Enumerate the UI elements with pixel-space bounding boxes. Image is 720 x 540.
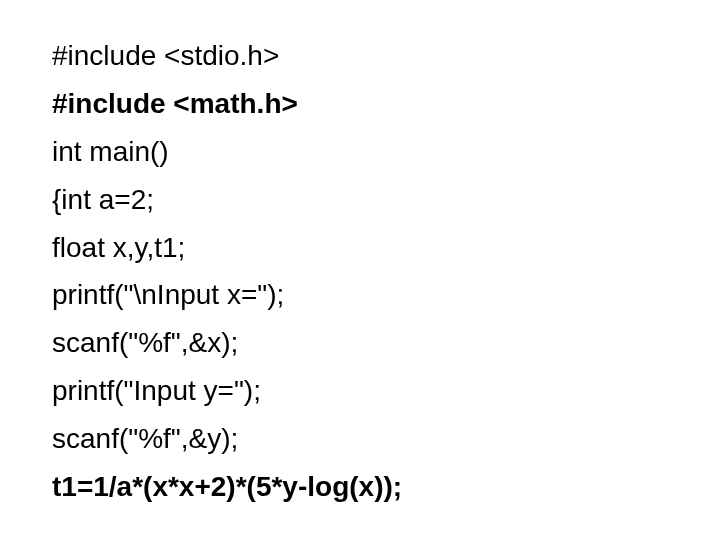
code-line: printf("\nInput x="); <box>52 271 720 319</box>
code-line: #include <stdio.h> <box>52 32 720 80</box>
code-line: t1=1/a*(x*x+2)*(5*y-log(x)); <box>52 463 720 511</box>
code-slide: #include <stdio.h> #include <math.h> int… <box>0 0 720 540</box>
code-line: {int a=2; <box>52 176 720 224</box>
code-line: int main() <box>52 128 720 176</box>
code-line: #include <math.h> <box>52 80 720 128</box>
code-line: scanf("%f",&x); <box>52 319 720 367</box>
code-line: float x,y,t1; <box>52 224 720 272</box>
code-line: printf("Input y="); <box>52 367 720 415</box>
code-line: scanf("%f",&y); <box>52 415 720 463</box>
